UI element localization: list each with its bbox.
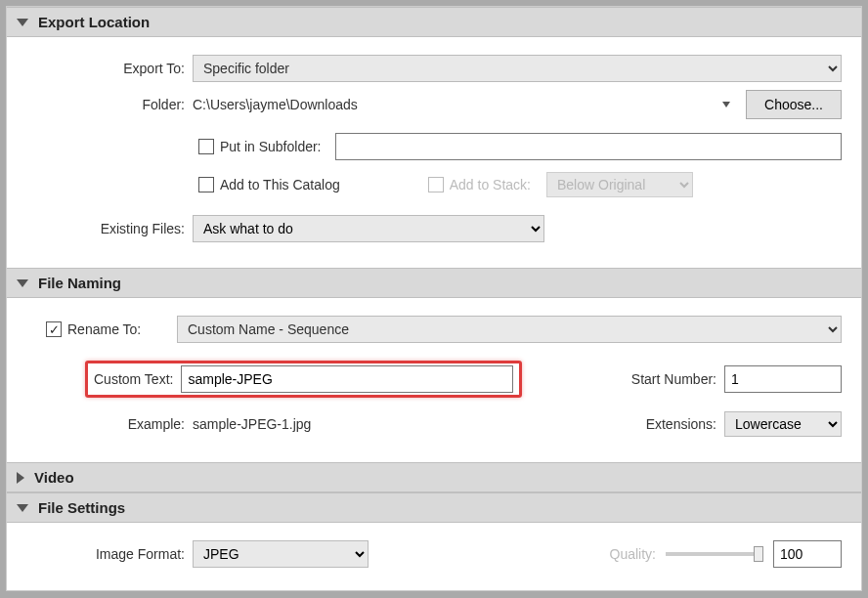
existing-files-select[interactable]: Ask what to do xyxy=(193,215,544,242)
section-body-file-naming: ✓ Rename To: Custom Name - Sequence Cust… xyxy=(7,298,861,462)
section-title: File Naming xyxy=(38,275,121,291)
section-title: Video xyxy=(34,469,74,486)
folder-path-dropdown-icon[interactable] xyxy=(722,102,730,107)
rename-template-select[interactable]: Custom Name - Sequence xyxy=(177,316,842,343)
folder-label: Folder: xyxy=(26,97,193,112)
export-dialog: Export Location Export To: Specific fold… xyxy=(6,6,862,591)
rename-to-label: Rename To: xyxy=(67,321,177,337)
existing-files-label: Existing Files: xyxy=(26,221,193,236)
add-to-catalog-label: Add to This Catalog xyxy=(220,177,340,192)
export-to-select[interactable]: Specific folder xyxy=(193,55,842,82)
quality-input[interactable] xyxy=(773,540,842,568)
section-header-file-naming[interactable]: File Naming xyxy=(7,268,861,298)
section-header-video[interactable]: Video xyxy=(7,462,861,492)
add-to-stack-checkbox xyxy=(428,177,444,192)
add-to-catalog-checkbox[interactable] xyxy=(198,177,214,192)
section-title: File Settings xyxy=(38,499,125,516)
section-header-file-settings[interactable]: File Settings xyxy=(7,492,861,523)
put-in-subfolder-label: Put in Subfolder: xyxy=(220,139,322,154)
custom-text-input[interactable] xyxy=(181,365,513,393)
section-title: Export Location xyxy=(38,14,150,30)
disclosure-triangle-icon xyxy=(17,279,28,287)
subfolder-input[interactable] xyxy=(335,133,842,160)
section-body-file-settings: Image Format: JPEG Quality: xyxy=(7,523,861,568)
image-format-select[interactable]: JPEG xyxy=(193,540,369,568)
put-in-subfolder-checkbox[interactable] xyxy=(198,139,214,154)
disclosure-triangle-icon xyxy=(17,504,28,512)
choose-folder-button[interactable]: Choose... xyxy=(746,90,842,119)
section-header-export-location[interactable]: Export Location xyxy=(7,7,861,37)
disclosure-triangle-icon xyxy=(17,19,28,26)
start-number-input[interactable] xyxy=(724,365,842,393)
add-to-stack-label: Add to Stack: xyxy=(450,177,531,192)
extensions-label: Extensions: xyxy=(646,416,716,432)
rename-to-checkbox[interactable]: ✓ xyxy=(46,321,62,337)
export-to-label: Export To: xyxy=(26,61,193,76)
custom-text-highlight: Custom Text: xyxy=(85,361,522,398)
start-number-label: Start Number: xyxy=(631,371,716,387)
add-to-stack-select: Below Original xyxy=(546,172,693,197)
quality-slider[interactable] xyxy=(666,552,763,556)
disclosure-triangle-icon xyxy=(17,472,24,484)
slider-thumb-icon xyxy=(754,546,763,562)
section-body-export-location: Export To: Specific folder Folder: C:\Us… xyxy=(7,37,861,268)
example-label: Example: xyxy=(26,416,193,432)
example-value: sample-JPEG-1.jpg xyxy=(193,416,311,432)
custom-text-label: Custom Text: xyxy=(94,371,181,387)
quality-label: Quality: xyxy=(610,546,656,562)
image-format-label: Image Format: xyxy=(26,546,193,562)
folder-path: C:\Users\jayme\Downloads xyxy=(193,97,716,112)
extensions-select[interactable]: Lowercase xyxy=(724,411,842,437)
